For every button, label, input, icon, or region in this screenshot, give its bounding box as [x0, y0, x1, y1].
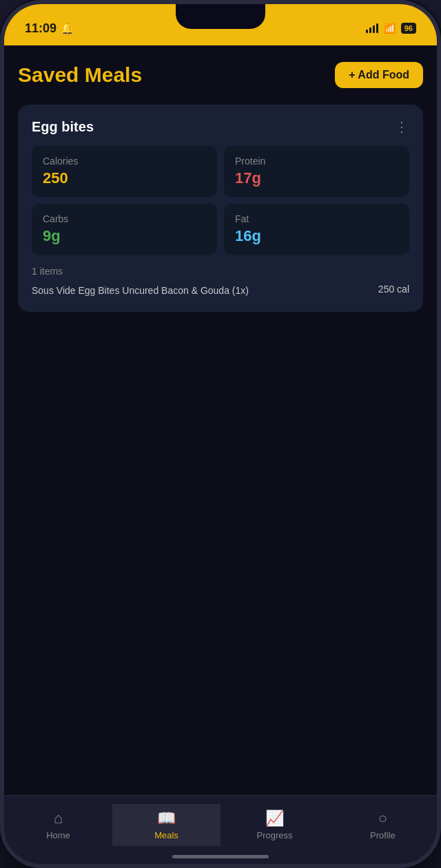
time-display: 11:09: [25, 21, 57, 36]
calories-cell: Calories 250: [32, 146, 217, 197]
nav-progress[interactable]: 📈 Progress: [220, 804, 329, 846]
carbs-label: Carbs: [43, 213, 206, 224]
protein-label: Protein: [235, 156, 398, 167]
food-item-row: Sous Vide Egg Bites Uncured Bacon & Goud…: [32, 284, 409, 298]
nutrition-grid: Calories 250 Protein 17g Carbs 9g Fat 16…: [32, 146, 409, 255]
home-icon: ⌂: [54, 809, 63, 827]
signal-bars: [366, 23, 378, 33]
signal-bar-3: [373, 25, 375, 33]
fat-cell: Fat 16g: [224, 204, 409, 255]
main-content: Saved Meals + Add Food Egg bites ⋮ Calor…: [4, 45, 437, 795]
status-right: 📶 96: [366, 23, 416, 34]
status-time: 11:09 🔔: [25, 21, 74, 36]
meal-menu-button[interactable]: ⋮: [395, 118, 409, 135]
battery-display: 96: [401, 23, 416, 34]
calories-value: 250: [43, 169, 206, 187]
calories-label: Calories: [43, 156, 206, 167]
food-item-calories: 250 cal: [378, 284, 409, 295]
bell-icon: 🔔: [61, 22, 74, 35]
profile-icon: ○: [378, 809, 387, 827]
meal-card: Egg bites ⋮ Calories 250 Protein 17g Car…: [18, 105, 423, 312]
progress-icon: 📈: [265, 809, 284, 827]
nav-profile-label: Profile: [370, 830, 396, 840]
fat-value: 16g: [235, 227, 398, 245]
nav-meals-label: Meals: [154, 830, 178, 840]
home-indicator: [172, 855, 269, 858]
signal-bar-4: [376, 23, 378, 33]
protein-value: 17g: [235, 169, 398, 187]
nav-profile[interactable]: ○ Profile: [329, 804, 437, 846]
nav-home-label: Home: [46, 830, 70, 840]
notch: [176, 4, 265, 29]
protein-cell: Protein 17g: [224, 146, 409, 197]
signal-bar-2: [369, 28, 371, 33]
nav-meals[interactable]: 📖 Meals: [112, 804, 220, 846]
signal-bar-1: [366, 30, 368, 33]
nav-progress-label: Progress: [256, 830, 292, 840]
add-food-button[interactable]: + Add Food: [335, 62, 423, 88]
nav-home[interactable]: ⌂ Home: [4, 804, 112, 846]
food-item-name: Sous Vide Egg Bites Uncured Bacon & Goud…: [32, 284, 370, 298]
bottom-nav: ⌂ Home 📖 Meals 📈 Progress ○ Profile: [4, 795, 437, 864]
page-header: Saved Meals + Add Food: [18, 62, 423, 88]
meal-name: Egg bites: [32, 119, 94, 135]
meals-icon: 📖: [157, 809, 176, 827]
phone-frame: 11:09 🔔 📶 96 Saved Meals + Add Food Egg …: [0, 0, 441, 868]
wifi-icon: 📶: [384, 23, 396, 34]
items-count: 1 items: [32, 266, 409, 277]
fat-label: Fat: [235, 213, 398, 224]
carbs-value: 9g: [43, 227, 206, 245]
page-title: Saved Meals: [18, 63, 142, 87]
status-bar: 11:09 🔔 📶 96: [4, 4, 437, 45]
meal-card-header: Egg bites ⋮: [32, 118, 409, 135]
carbs-cell: Carbs 9g: [32, 204, 217, 255]
